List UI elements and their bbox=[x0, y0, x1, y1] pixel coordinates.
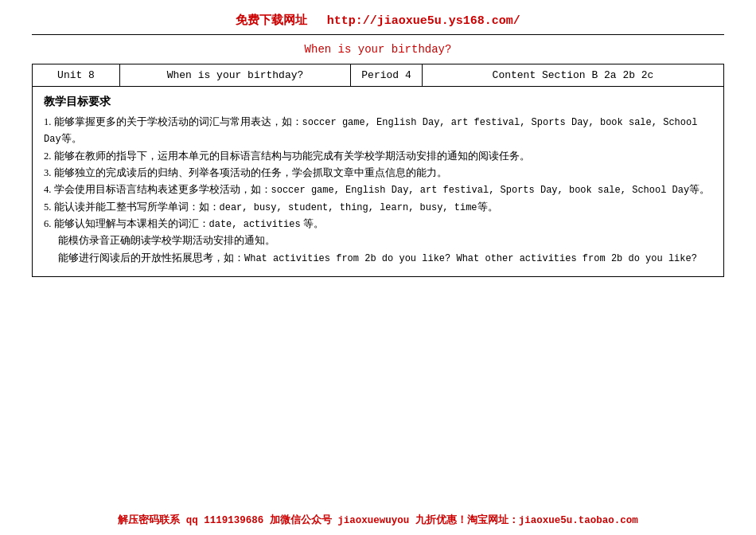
objectives-title: 教学目标要求 bbox=[44, 95, 712, 109]
lesson-table: Unit 8 When is your birthday? Period 4 C… bbox=[32, 64, 724, 87]
objective-2-num: 2. bbox=[44, 150, 54, 162]
objective-5-num: 5. bbox=[44, 201, 54, 213]
objective-6-cn2: 等。 bbox=[301, 218, 324, 229]
objective-4-num: 4. bbox=[44, 184, 54, 195]
objective-5: 5. 能认读并能工整书写所学单词：如：dear, busy, student, … bbox=[44, 199, 712, 216]
objective-4-cn: 学会使用目标语言结构表述更多学校活动，如： bbox=[54, 184, 271, 195]
page-subtitle: When is your birthday? bbox=[32, 38, 724, 64]
objective-1-cn2: 等。 bbox=[61, 133, 82, 144]
footer-text: 解压密码联系 qq 1119139686 加微信公众号 jiaoxuewuyou… bbox=[118, 515, 638, 526]
header-divider bbox=[32, 34, 724, 35]
objective-4-en: soccer game, English Day, art festival, … bbox=[271, 185, 690, 196]
objective-3: 3. 能够独立的完成读后的归纳、列举各项活动的任务，学会抓取文章中重点信息的能力… bbox=[44, 165, 712, 182]
objective-5-cn: 能认读并能工整书写所学单词：如： bbox=[54, 201, 220, 213]
content-cell: Content Section B 2a 2b 2c bbox=[423, 64, 724, 87]
objective-5-en: dear, busy, student, thing, learn, busy,… bbox=[220, 202, 477, 213]
header-prefix: 免费下载网址 bbox=[236, 14, 307, 26]
period-cell: Period 4 bbox=[351, 64, 423, 87]
objective-3-num: 3. bbox=[44, 167, 54, 178]
extra-1-cn: 能模仿录音正确朗读学校学期活动安排的通知。 bbox=[58, 235, 275, 246]
objective-6: 6. 能够认知理解与本课相关的词汇：date, activities 等。 bbox=[44, 216, 712, 232]
objective-1-cn: 能够掌握更多的关于学校活动的词汇与常用表达，如： bbox=[54, 116, 302, 127]
objective-4: 4. 学会使用目标语言结构表述更多学校活动，如：soccer game, Eng… bbox=[44, 182, 712, 198]
extra-line-1: 能模仿录音正确朗读学校学期活动安排的通知。 bbox=[44, 232, 712, 249]
objective-1-num: 1. bbox=[44, 116, 54, 127]
header-url: http://jiaoxue5u.ys168.com/ bbox=[327, 14, 520, 28]
unit-cell: Unit 8 bbox=[33, 64, 120, 87]
objective-4-cn2: 等。 bbox=[689, 184, 710, 195]
extra-2-cn: 能够进行阅读后的开放性拓展思考，如： bbox=[58, 252, 244, 264]
extra-line-2: 能够进行阅读后的开放性拓展思考，如：What activities from 2… bbox=[44, 250, 712, 267]
objective-1: 1. 能够掌握更多的关于学校活动的词汇与常用表达，如：soccer game, … bbox=[44, 114, 712, 148]
table-row-header: Unit 8 When is your birthday? Period 4 C… bbox=[33, 64, 724, 87]
objective-6-en: date, activities bbox=[209, 219, 301, 230]
extra-2-en: What activities from 2b do you like? Wha… bbox=[244, 253, 697, 264]
objective-5-cn2: 等。 bbox=[477, 201, 498, 213]
objective-3-cn: 能够独立的完成读后的归纳、列举各项活动的任务，学会抓取文章中重点信息的能力。 bbox=[54, 167, 447, 178]
objectives-section: 教学目标要求 1. 能够掌握更多的关于学校活动的词汇与常用表达，如：soccer… bbox=[32, 87, 724, 277]
objective-6-num: 6. bbox=[44, 218, 54, 229]
objective-2-cn: 能够在教师的指导下，运用本单元的目标语言结构与功能完成有关学校学期活动安排的通知… bbox=[54, 150, 530, 162]
objective-6-cn: 能够认知理解与本课相关的词汇： bbox=[54, 218, 209, 229]
top-header: 免费下载网址 http://jiaoxue5u.ys168.com/ bbox=[32, 8, 724, 31]
title-cell: When is your birthday? bbox=[120, 64, 351, 87]
page-footer: 解压密码联系 qq 1119139686 加微信公众号 jiaoxuewuyou… bbox=[0, 514, 756, 527]
objective-2: 2. 能够在教师的指导下，运用本单元的目标语言结构与功能完成有关学校学期活动安排… bbox=[44, 148, 712, 165]
